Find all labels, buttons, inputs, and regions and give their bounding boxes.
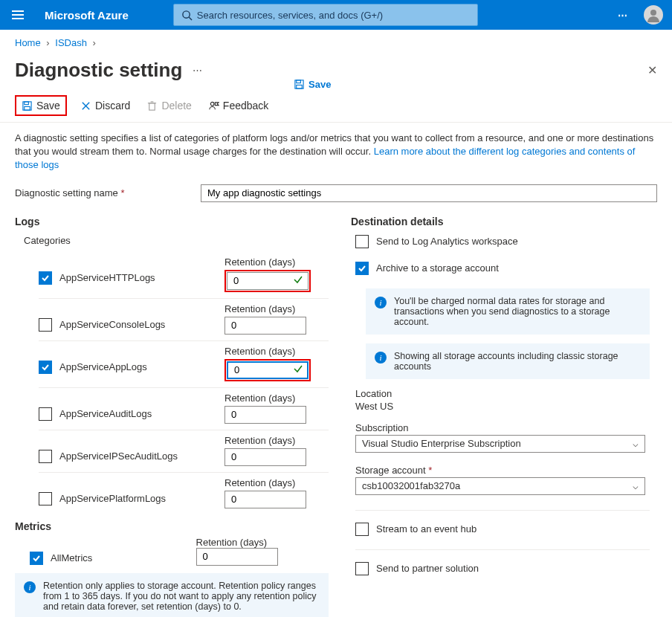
category-label: AppServiceConsoleLogs <box>59 319 165 330</box>
retention-label: Retention (days) <box>224 303 306 314</box>
retention-label: Retention (days) <box>224 477 306 488</box>
svg-rect-7 <box>25 101 29 104</box>
category-label: AppServiceAppLogs <box>59 361 147 372</box>
chevron-right-icon: › <box>93 37 96 48</box>
check-icon <box>293 274 303 287</box>
category-label: AppServicePlatformLogs <box>59 493 166 504</box>
svg-point-14 <box>210 102 214 106</box>
partner-label: Send to partner solution <box>376 563 479 574</box>
info-icon: i <box>375 352 387 364</box>
category-label: AppServiceAuditLogs <box>59 408 152 419</box>
info-icon: i <box>375 297 387 308</box>
retention-label: Retention (days) <box>224 435 306 446</box>
feedback-icon <box>208 100 219 112</box>
category-row: AppServiceAuditLogsRetention (days) <box>39 387 329 430</box>
stream-hub-checkbox[interactable] <box>355 523 369 536</box>
storage-select[interactable]: csb10032001fab3270a ⌵ <box>355 477 645 495</box>
retention-info: i Retention only applies to storage acco… <box>15 573 329 617</box>
subscription-label: Subscription <box>355 422 650 433</box>
retention-label: Retention (days) <box>224 346 311 357</box>
svg-rect-8 <box>25 106 30 110</box>
partner-checkbox[interactable] <box>355 562 369 575</box>
dest-law-row: Send to Log Analytics workspace <box>355 235 650 248</box>
archive-label: Archive to a storage account <box>376 262 499 274</box>
category-row: AppServiceConsoleLogsRetention (days) <box>39 298 329 340</box>
retention-label: Retention (days) <box>196 537 267 548</box>
retention-input[interactable] <box>224 406 306 424</box>
location-value: West US <box>355 401 650 412</box>
archive-checkbox[interactable] <box>355 262 369 275</box>
setting-name-label: Diagnostic setting name * <box>15 187 186 198</box>
delete-button[interactable]: Delete <box>143 98 194 113</box>
metric-label: AllMetrics <box>51 552 92 563</box>
close-icon <box>80 100 91 112</box>
metrics-heading: Metrics <box>15 520 329 532</box>
retention-input[interactable] <box>224 491 306 508</box>
retention-label: Retention (days) <box>224 393 306 404</box>
save-icon <box>294 79 305 90</box>
brand-label: Microsoft Azure <box>45 9 129 22</box>
category-checkbox[interactable] <box>39 492 52 505</box>
feedback-button[interactable]: Feedback <box>205 98 271 113</box>
category-checkbox[interactable] <box>39 407 52 421</box>
category-label: AppServiceHTTPLogs <box>59 272 155 283</box>
svg-rect-11 <box>149 103 155 109</box>
chevron-right-icon: › <box>46 37 49 48</box>
storage-label: Storage account * <box>355 465 650 476</box>
chevron-down-icon: ⌵ <box>633 438 639 449</box>
save-hint: Save <box>294 79 331 90</box>
breadcrumb-isdash[interactable]: ISDash <box>55 37 87 48</box>
charge-info: i You'll be charged normal data rates fo… <box>366 288 650 335</box>
category-checkbox[interactable] <box>39 271 52 285</box>
metric-checkbox[interactable] <box>30 552 43 565</box>
send-law-label: Send to Log Analytics workspace <box>376 236 518 247</box>
svg-line-1 <box>189 17 192 20</box>
avatar[interactable] <box>644 5 663 25</box>
more-icon[interactable]: ⋯ <box>618 10 629 21</box>
category-row: AppServiceHTTPLogsRetention (days) <box>39 252 329 298</box>
location-label: Location <box>355 388 650 399</box>
stream-hub-label: Stream to an event hub <box>376 523 476 534</box>
breadcrumb-home[interactable]: Home <box>15 37 41 48</box>
category-row: AppServicePlatformLogsRetention (days) <box>39 472 329 514</box>
retention-label: Retention (days) <box>224 256 311 268</box>
save-button[interactable]: Save <box>15 95 67 116</box>
setting-name-row: Diagnostic setting name * <box>0 178 672 216</box>
category-row: AppServiceAppLogsRetention (days) <box>39 340 329 387</box>
page-title: Diagnostic setting <box>15 59 182 82</box>
category-checkbox[interactable] <box>39 318 52 332</box>
discard-button[interactable]: Discard <box>77 98 133 113</box>
close-icon[interactable]: ✕ <box>647 63 657 77</box>
retention-input[interactable] <box>224 448 306 466</box>
svg-point-2 <box>650 10 656 16</box>
destination-heading: Destination details <box>351 216 650 227</box>
chevron-down-icon: ⌵ <box>633 480 639 491</box>
toolbar: Save Discard Delete Feedback <box>0 89 672 123</box>
menu-icon[interactable] <box>9 6 27 24</box>
info-icon: i <box>24 581 36 593</box>
send-law-checkbox[interactable] <box>355 235 369 248</box>
setting-name-input[interactable] <box>201 184 657 202</box>
title-more-icon[interactable]: ⋯ <box>193 65 202 76</box>
metric-row: AllMetrics Retention (days) <box>30 532 329 566</box>
category-checkbox[interactable] <box>39 361 52 374</box>
dest-archive-row: Archive to a storage account <box>355 262 650 275</box>
top-bar: Microsoft Azure ⋯ <box>0 0 672 30</box>
description: A diagnostic setting specifies a list of… <box>0 123 672 178</box>
svg-rect-4 <box>297 80 301 83</box>
dest-hub-row: Stream to an event hub <box>355 510 650 536</box>
category-row: AppServiceIPSecAuditLogsRetention (days) <box>39 430 329 472</box>
showing-info: i Showing all storage accounts including… <box>366 343 650 379</box>
category-checkbox[interactable] <box>39 450 52 463</box>
dest-partner-row: Send to partner solution <box>355 549 650 575</box>
svg-rect-5 <box>297 85 303 88</box>
search-box[interactable] <box>173 4 478 26</box>
svg-point-0 <box>183 10 190 17</box>
search-input[interactable] <box>197 10 470 21</box>
subscription-select[interactable]: Visual Studio Enterprise Subscription ⌵ <box>355 435 645 453</box>
categories-label: Categories <box>24 235 329 246</box>
retention-input[interactable] <box>224 317 306 335</box>
delete-icon <box>146 100 158 112</box>
title-row: Diagnostic setting ⋯ ✕ <box>0 56 672 89</box>
metric-retention-input[interactable] <box>196 548 278 566</box>
